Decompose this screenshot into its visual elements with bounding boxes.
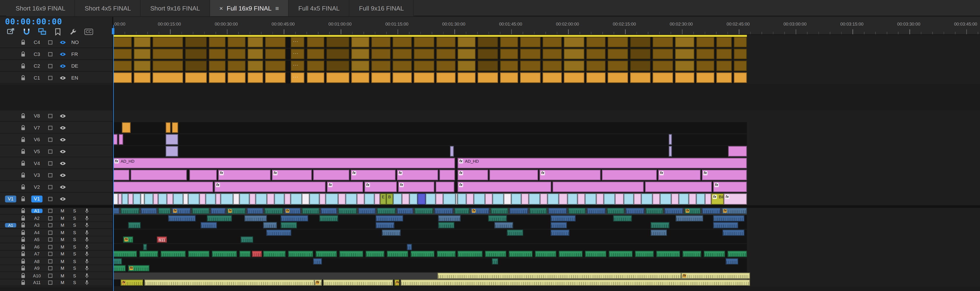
clip[interactable]	[131, 170, 187, 180]
clip[interactable]	[414, 60, 434, 71]
clip[interactable]	[602, 170, 657, 180]
clip[interactable]	[321, 208, 337, 214]
clip[interactable]: fx	[457, 170, 488, 180]
clip[interactable]	[205, 193, 216, 204]
clip[interactable]	[645, 182, 712, 192]
clip[interactable]	[346, 193, 357, 204]
clip[interactable]: fx	[121, 280, 143, 286]
clip[interactable]	[302, 208, 319, 214]
clip[interactable]	[488, 215, 507, 221]
clip[interactable]	[233, 193, 239, 204]
clip[interactable]	[689, 193, 696, 204]
source-patch-V1[interactable]: V1	[5, 196, 16, 202]
clip[interactable]	[153, 73, 183, 83]
clip[interactable]	[307, 73, 325, 83]
playhead-line[interactable]	[113, 25, 114, 291]
clip[interactable]	[371, 49, 391, 59]
clip[interactable]	[624, 193, 634, 204]
clip[interactable]	[266, 229, 291, 236]
track-lock-icon[interactable]	[21, 51, 25, 57]
track-output-icon[interactable]	[59, 125, 66, 130]
sync-lock-icon[interactable]	[48, 40, 52, 44]
clip[interactable]: fx	[128, 265, 150, 271]
track-lock-icon[interactable]	[21, 229, 25, 236]
mute-button[interactable]: M	[60, 209, 64, 213]
clip[interactable]	[485, 251, 506, 257]
track-select-A5[interactable]: A5	[31, 237, 43, 242]
clip[interactable]	[511, 193, 521, 204]
clip[interactable]	[319, 193, 326, 204]
clip[interactable]	[382, 229, 401, 236]
clip[interactable]	[247, 208, 263, 214]
track-lock-icon[interactable]	[21, 160, 25, 166]
voiceover-record-icon[interactable]	[85, 251, 89, 256]
clip[interactable]	[153, 193, 158, 204]
clip[interactable]	[239, 251, 251, 257]
solo-button[interactable]: S	[73, 280, 76, 285]
clip[interactable]	[626, 208, 644, 214]
clip[interactable]	[630, 37, 651, 47]
clip[interactable]	[165, 122, 171, 133]
clip[interactable]: fx	[397, 170, 438, 180]
clip[interactable]	[285, 193, 291, 204]
clip[interactable]	[542, 73, 562, 83]
clip[interactable]: fx	[272, 170, 312, 180]
clip[interactable]	[450, 146, 454, 157]
track-lock-icon[interactable]	[21, 244, 25, 250]
clip[interactable]: fx	[215, 182, 326, 192]
clip[interactable]	[548, 208, 567, 214]
clip[interactable]	[437, 251, 455, 257]
clip[interactable]	[630, 60, 651, 71]
track-select-V3[interactable]: V3	[31, 172, 43, 179]
clip[interactable]: fx	[285, 208, 301, 214]
clip[interactable]	[660, 193, 671, 204]
clip[interactable]	[542, 60, 562, 71]
clip[interactable]	[113, 193, 118, 204]
clip[interactable]	[550, 222, 567, 228]
clip[interactable]: fx	[724, 193, 747, 204]
clip[interactable]	[679, 193, 689, 204]
clip[interactable]	[457, 193, 466, 204]
clip[interactable]	[507, 229, 523, 236]
track-lock-icon[interactable]	[21, 39, 25, 45]
track-select-V2[interactable]: V2	[31, 183, 43, 190]
clip[interactable]	[113, 60, 132, 71]
clip[interactable]	[474, 193, 485, 204]
clip[interactable]	[676, 215, 703, 221]
clip[interactable]	[608, 60, 628, 71]
clip[interactable]	[358, 208, 375, 214]
clip[interactable]	[641, 193, 652, 204]
clip[interactable]	[133, 193, 140, 204]
solo-button[interactable]: S	[73, 252, 76, 256]
clip[interactable]	[675, 73, 694, 83]
clip[interactable]	[646, 208, 663, 214]
clip[interactable]	[113, 49, 132, 59]
clip[interactable]	[716, 49, 732, 59]
clip[interactable]	[248, 49, 263, 59]
track-lock-icon[interactable]	[21, 136, 25, 142]
clip[interactable]	[564, 37, 584, 47]
track-output-icon[interactable]	[59, 114, 66, 118]
clip[interactable]	[393, 60, 412, 71]
clip[interactable]	[656, 251, 680, 257]
panel-menu-icon[interactable]: ≡	[275, 5, 279, 12]
clip[interactable]	[280, 222, 297, 228]
clip[interactable]	[500, 73, 518, 83]
clip[interactable]	[165, 146, 178, 157]
clip[interactable]	[158, 208, 171, 214]
clip[interactable]	[291, 193, 302, 204]
track-lock-icon[interactable]	[21, 273, 25, 279]
clip[interactable]	[248, 73, 263, 83]
clip[interactable]	[417, 193, 426, 204]
clip[interactable]: fx	[713, 182, 747, 192]
track-output-icon[interactable]	[59, 149, 66, 153]
clip[interactable]	[121, 208, 139, 214]
clip[interactable]	[728, 146, 747, 157]
clip[interactable]	[438, 215, 461, 221]
clip[interactable]	[630, 73, 651, 83]
clip[interactable]	[436, 49, 455, 59]
clip[interactable]	[609, 251, 632, 257]
clip[interactable]	[119, 134, 123, 144]
clip[interactable]	[414, 73, 434, 83]
clip[interactable]	[209, 60, 226, 71]
